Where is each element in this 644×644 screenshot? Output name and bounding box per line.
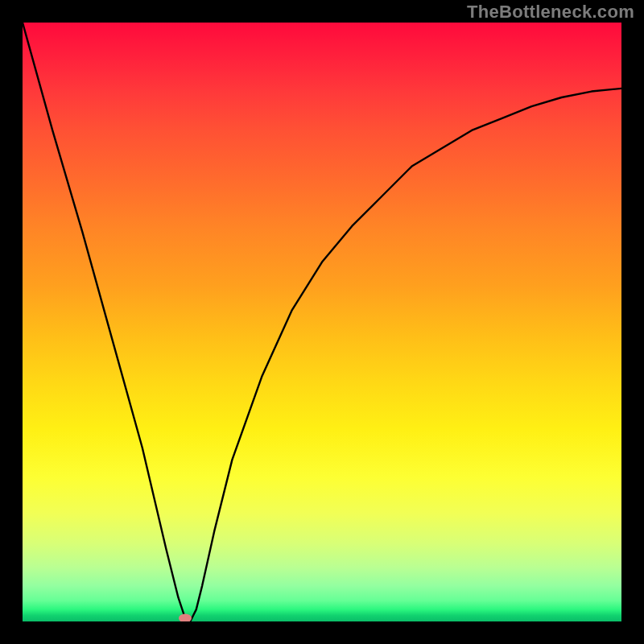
- optimum-marker: [179, 613, 192, 621]
- chart-frame: TheBottleneck.com: [0, 0, 644, 644]
- bottleneck-curve: [23, 23, 621, 621]
- watermark-label: TheBottleneck.com: [467, 2, 634, 23]
- plot-area: [23, 23, 621, 621]
